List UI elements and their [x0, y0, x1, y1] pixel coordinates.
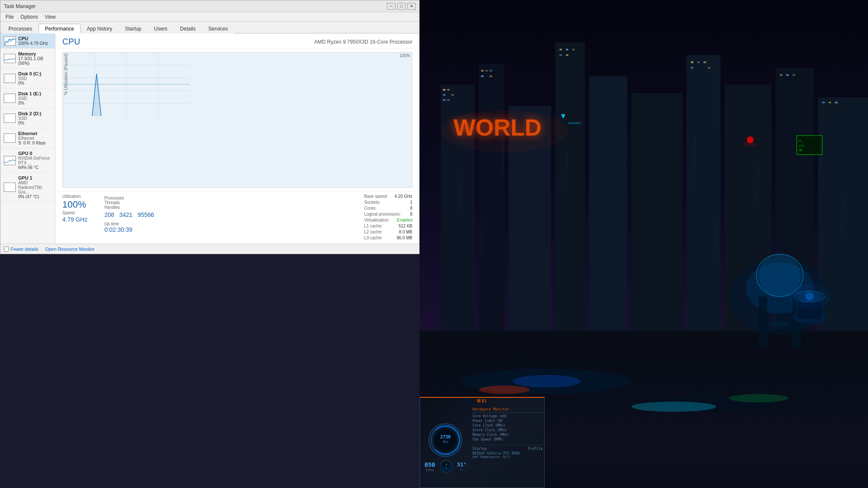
svg-rect-27 [490, 70, 492, 72]
msi-row-vclock: Vcore Clock (MHz) [473, 428, 542, 432]
sidebar-ethernet-value: S: 0 R: 0 Kbps [18, 141, 52, 145]
msi-row-coreclock: Core Clock (MHz) [473, 424, 542, 427]
cores-label: Cores: [364, 206, 376, 211]
svg-rect-34 [566, 54, 568, 56]
svg-text:0: 0 [445, 463, 447, 466]
msi-content: MSI 2730 MHz [420, 398, 544, 488]
svg-rect-25 [481, 70, 484, 72]
sidebar-cpu-name: CPU [18, 36, 52, 41]
spec-l1: L1 cache: 512 KB [364, 224, 412, 228]
memory-mini-graph [4, 54, 16, 63]
sidebar-disk1-type: SSD [18, 96, 52, 101]
error-details-checkbox[interactable] [4, 247, 9, 252]
spec-cores: Cores: 8 [364, 206, 412, 211]
main-content: CPU 100% 4.79 GHz Memory 17.3/31.1 GB (5… [0, 33, 419, 244]
sidebar-ethernet-info: Ethernet Ethernet S: 0 R: 0 Kbps [18, 131, 52, 145]
msi-val1: 050 1MHz [425, 461, 435, 472]
menu-options[interactable]: Options [17, 13, 41, 21]
svg-rect-28 [481, 75, 484, 77]
basespeed-value: 4.20 GHz [395, 194, 412, 199]
sidebar-disk1-value: 0% [18, 101, 52, 105]
l2-label: L2 cache: [364, 230, 382, 234]
msi-row-fanspeed: Fan Speed (RPM) [473, 438, 542, 441]
perf-chip: AMD Ryzen 9 7950X3D 16-Core Processor [314, 39, 412, 45]
sidebar-disk2-value: 0% [18, 121, 52, 125]
proc-value: 208 [104, 211, 114, 218]
sidebar-item-memory[interactable]: Memory 17.3/31.1 GB (56%) [0, 49, 55, 69]
svg-rect-70 [771, 322, 788, 326]
svg-rect-12 [555, 42, 585, 339]
sidebar-disk2-type: SSD [18, 116, 52, 121]
svg-rect-45 [835, 102, 837, 103]
svg-rect-22 [451, 94, 454, 96]
handles-value: 95566 [138, 211, 154, 218]
stats-area: Utilization 100% Speed 4.79 GHz Processe… [56, 191, 419, 244]
uptime-label: Up time [104, 222, 154, 226]
msi-title: MSI [477, 399, 487, 403]
proc-cell: Processes Threads Handles [104, 196, 124, 210]
sidebar-item-gpu0[interactable]: GPU 0 NVIDIA GeForce RTX ... 64% 56 °C [0, 148, 55, 173]
tab-apphistory[interactable]: App history [81, 24, 119, 33]
msi-row-power: Power Limit (W) [473, 419, 542, 423]
sidebar-disk2-name: Disk 2 (D:) [18, 111, 52, 116]
maximize-button[interactable]: □ [397, 3, 406, 10]
svg-rect-23 [443, 99, 445, 101]
spec-virt: Virtualization: Enabled [364, 218, 412, 222]
tab-details[interactable]: Details [174, 24, 202, 33]
menu-view[interactable]: View [42, 13, 59, 21]
sidebar-item-cpu[interactable]: CPU 100% 4.79 GHz [0, 33, 55, 49]
procs-row: Processes Threads Handles [104, 196, 154, 210]
sidebar-item-disk1[interactable]: Disk 1 (E:) SSD 0% [0, 89, 55, 108]
msi-temp: 51° C [457, 462, 467, 471]
svg-text:mv: mv [445, 466, 448, 469]
l1-value: 512 KB [398, 224, 412, 228]
l3-label: L3 cache: [364, 236, 382, 240]
msi-dial: 0 mv [439, 459, 454, 474]
menu-file[interactable]: File [2, 13, 17, 21]
svg-text:═══: ═══ [568, 119, 581, 126]
tab-startup[interactable]: Startup [119, 24, 148, 33]
svg-rect-37 [704, 61, 706, 63]
tab-processes[interactable]: Processes [2, 24, 39, 33]
sockets-value: 1 [410, 200, 412, 205]
tab-users[interactable]: Users [147, 24, 173, 33]
sidebar-item-gpu1[interactable]: GPU 1 AMD Radeon(TM) Gra... 0% (47 °C) [0, 173, 55, 202]
speed-label: Speed [62, 211, 87, 215]
sidebar-memory-value: 17.3/31.1 GB (56%) [18, 56, 52, 66]
util-label: Utilization [62, 194, 87, 199]
thread-value: 3421 [120, 211, 133, 218]
perf-title: CPU [62, 37, 80, 47]
bottom-link-resource[interactable]: Open Resource Monitor [45, 247, 95, 252]
svg-rect-19 [443, 89, 445, 91]
svg-text:2730: 2730 [440, 435, 451, 439]
msi-data-table: Hardware Monitor Core Voltage (mV) Power… [471, 405, 544, 488]
spec-sockets: Sockets: 1 [364, 200, 412, 205]
close-button[interactable]: ✕ [407, 3, 416, 10]
svg-point-55 [744, 142, 757, 146]
tab-performance[interactable]: Performance [39, 24, 81, 33]
sidebar-item-disk0[interactable]: Disk 0 (C:) SSD 0% [0, 69, 55, 89]
logical-label: Logical processors: [364, 212, 401, 216]
tab-bar: Processes Performance App history Startu… [0, 22, 419, 33]
basespeed-label: Base speed: [364, 194, 388, 199]
sidebar-item-disk2[interactable]: Disk 2 (D:) SSD 0% [0, 108, 55, 128]
sidebar-disk0-value: 0% [18, 81, 52, 86]
disk2-mini-graph [4, 114, 16, 123]
window-title: Task Manager [4, 3, 387, 9]
logical-value: 8 [410, 212, 412, 216]
handles-label: Handles [104, 205, 124, 210]
sidebar-item-ethernet[interactable]: Ethernet Ethernet S: 0 R: 0 Kbps [0, 128, 55, 148]
minimize-button[interactable]: ─ [387, 3, 395, 10]
sidebar-disk0-type: SSD [18, 76, 52, 81]
svg-rect-43 [822, 102, 825, 103]
error-details-check[interactable]: Fewer details [4, 247, 38, 252]
tab-services[interactable]: Services [202, 24, 234, 33]
perf-header: CPU AMD Ryzen 9 7950X3D 16-Core Processo… [56, 33, 419, 49]
svg-rect-35 [691, 61, 693, 63]
msi-bottom-info: Startup Profile NVIDIA GeForce RTX 4090 … [473, 445, 542, 459]
svg-rect-26 [485, 70, 488, 72]
msi-overlay: MSI 2730 MHz [420, 397, 545, 488]
cpu-mini-graph [4, 36, 16, 46]
spec-basespeed: Base speed: 4.20 GHz [364, 194, 412, 199]
l1-label: L1 cache: [364, 224, 382, 228]
